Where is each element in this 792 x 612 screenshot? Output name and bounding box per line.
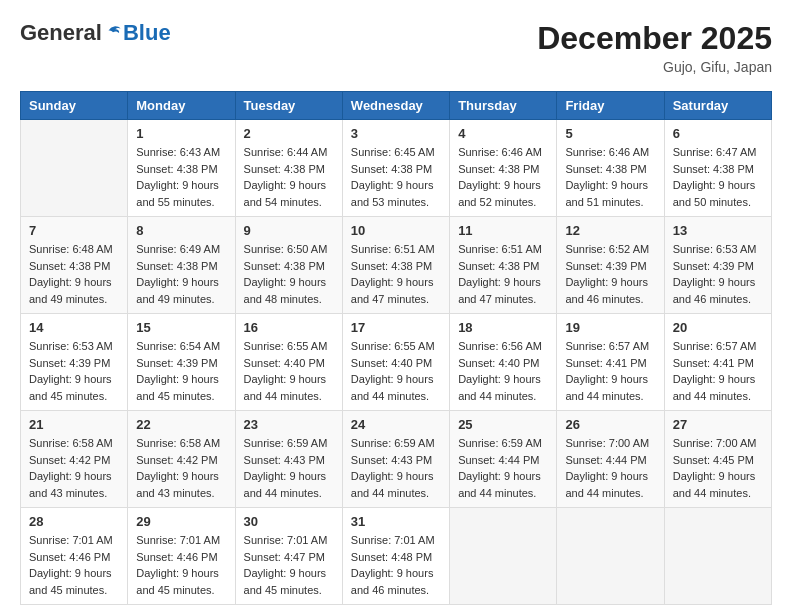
- calendar-cell: 29Sunrise: 7:01 AM Sunset: 4:46 PM Dayli…: [128, 508, 235, 605]
- calendar-cell: 21Sunrise: 6:58 AM Sunset: 4:42 PM Dayli…: [21, 411, 128, 508]
- calendar-cell: 5Sunrise: 6:46 AM Sunset: 4:38 PM Daylig…: [557, 120, 664, 217]
- day-info: Sunrise: 6:59 AM Sunset: 4:44 PM Dayligh…: [458, 435, 548, 501]
- day-number: 26: [565, 417, 655, 432]
- weekday-header-monday: Monday: [128, 92, 235, 120]
- calendar-cell: 23Sunrise: 6:59 AM Sunset: 4:43 PM Dayli…: [235, 411, 342, 508]
- weekday-header-thursday: Thursday: [450, 92, 557, 120]
- day-number: 29: [136, 514, 226, 529]
- day-info: Sunrise: 6:51 AM Sunset: 4:38 PM Dayligh…: [351, 241, 441, 307]
- calendar-cell: 26Sunrise: 7:00 AM Sunset: 4:44 PM Dayli…: [557, 411, 664, 508]
- day-info: Sunrise: 6:43 AM Sunset: 4:38 PM Dayligh…: [136, 144, 226, 210]
- day-info: Sunrise: 6:55 AM Sunset: 4:40 PM Dayligh…: [351, 338, 441, 404]
- weekday-header-tuesday: Tuesday: [235, 92, 342, 120]
- day-info: Sunrise: 6:57 AM Sunset: 4:41 PM Dayligh…: [565, 338, 655, 404]
- day-number: 6: [673, 126, 763, 141]
- calendar-cell: 22Sunrise: 6:58 AM Sunset: 4:42 PM Dayli…: [128, 411, 235, 508]
- calendar-cell: 9Sunrise: 6:50 AM Sunset: 4:38 PM Daylig…: [235, 217, 342, 314]
- day-info: Sunrise: 6:54 AM Sunset: 4:39 PM Dayligh…: [136, 338, 226, 404]
- calendar-week-2: 7Sunrise: 6:48 AM Sunset: 4:38 PM Daylig…: [21, 217, 772, 314]
- calendar-cell: 19Sunrise: 6:57 AM Sunset: 4:41 PM Dayli…: [557, 314, 664, 411]
- calendar-cell: 6Sunrise: 6:47 AM Sunset: 4:38 PM Daylig…: [664, 120, 771, 217]
- calendar-table: SundayMondayTuesdayWednesdayThursdayFrid…: [20, 91, 772, 605]
- month-title: December 2025: [537, 20, 772, 57]
- day-info: Sunrise: 6:50 AM Sunset: 4:38 PM Dayligh…: [244, 241, 334, 307]
- day-number: 1: [136, 126, 226, 141]
- calendar-cell: 2Sunrise: 6:44 AM Sunset: 4:38 PM Daylig…: [235, 120, 342, 217]
- day-info: Sunrise: 7:00 AM Sunset: 4:44 PM Dayligh…: [565, 435, 655, 501]
- calendar-cell: [450, 508, 557, 605]
- day-number: 30: [244, 514, 334, 529]
- calendar-cell: 3Sunrise: 6:45 AM Sunset: 4:38 PM Daylig…: [342, 120, 449, 217]
- day-number: 25: [458, 417, 548, 432]
- calendar-cell: 31Sunrise: 7:01 AM Sunset: 4:48 PM Dayli…: [342, 508, 449, 605]
- weekday-header-wednesday: Wednesday: [342, 92, 449, 120]
- calendar-cell: [557, 508, 664, 605]
- weekday-header-row: SundayMondayTuesdayWednesdayThursdayFrid…: [21, 92, 772, 120]
- day-number: 4: [458, 126, 548, 141]
- title-section: December 2025 Gujo, Gifu, Japan: [537, 20, 772, 75]
- day-number: 12: [565, 223, 655, 238]
- day-info: Sunrise: 6:59 AM Sunset: 4:43 PM Dayligh…: [244, 435, 334, 501]
- calendar-cell: 14Sunrise: 6:53 AM Sunset: 4:39 PM Dayli…: [21, 314, 128, 411]
- day-number: 7: [29, 223, 119, 238]
- day-info: Sunrise: 7:00 AM Sunset: 4:45 PM Dayligh…: [673, 435, 763, 501]
- calendar-cell: 10Sunrise: 6:51 AM Sunset: 4:38 PM Dayli…: [342, 217, 449, 314]
- day-number: 13: [673, 223, 763, 238]
- calendar-cell: 24Sunrise: 6:59 AM Sunset: 4:43 PM Dayli…: [342, 411, 449, 508]
- day-number: 15: [136, 320, 226, 335]
- day-number: 3: [351, 126, 441, 141]
- day-info: Sunrise: 7:01 AM Sunset: 4:46 PM Dayligh…: [136, 532, 226, 598]
- day-info: Sunrise: 7:01 AM Sunset: 4:46 PM Dayligh…: [29, 532, 119, 598]
- day-number: 2: [244, 126, 334, 141]
- day-number: 31: [351, 514, 441, 529]
- calendar-cell: 30Sunrise: 7:01 AM Sunset: 4:47 PM Dayli…: [235, 508, 342, 605]
- calendar-cell: 16Sunrise: 6:55 AM Sunset: 4:40 PM Dayli…: [235, 314, 342, 411]
- day-info: Sunrise: 6:47 AM Sunset: 4:38 PM Dayligh…: [673, 144, 763, 210]
- day-number: 11: [458, 223, 548, 238]
- logo-general-text: General: [20, 20, 102, 46]
- logo-bird-icon: [104, 24, 122, 42]
- logo-blue-text: Blue: [123, 20, 171, 46]
- calendar-cell: 4Sunrise: 6:46 AM Sunset: 4:38 PM Daylig…: [450, 120, 557, 217]
- day-number: 22: [136, 417, 226, 432]
- day-number: 27: [673, 417, 763, 432]
- calendar-cell: 20Sunrise: 6:57 AM Sunset: 4:41 PM Dayli…: [664, 314, 771, 411]
- day-info: Sunrise: 6:52 AM Sunset: 4:39 PM Dayligh…: [565, 241, 655, 307]
- day-info: Sunrise: 6:46 AM Sunset: 4:38 PM Dayligh…: [458, 144, 548, 210]
- calendar-cell: 1Sunrise: 6:43 AM Sunset: 4:38 PM Daylig…: [128, 120, 235, 217]
- calendar-cell: 15Sunrise: 6:54 AM Sunset: 4:39 PM Dayli…: [128, 314, 235, 411]
- calendar-cell: 18Sunrise: 6:56 AM Sunset: 4:40 PM Dayli…: [450, 314, 557, 411]
- day-info: Sunrise: 6:48 AM Sunset: 4:38 PM Dayligh…: [29, 241, 119, 307]
- calendar-cell: [664, 508, 771, 605]
- day-number: 8: [136, 223, 226, 238]
- calendar-week-3: 14Sunrise: 6:53 AM Sunset: 4:39 PM Dayli…: [21, 314, 772, 411]
- calendar-week-5: 28Sunrise: 7:01 AM Sunset: 4:46 PM Dayli…: [21, 508, 772, 605]
- day-number: 9: [244, 223, 334, 238]
- calendar-cell: 28Sunrise: 7:01 AM Sunset: 4:46 PM Dayli…: [21, 508, 128, 605]
- calendar-cell: 12Sunrise: 6:52 AM Sunset: 4:39 PM Dayli…: [557, 217, 664, 314]
- logo: General Blue: [20, 20, 171, 46]
- day-number: 20: [673, 320, 763, 335]
- calendar-week-1: 1Sunrise: 6:43 AM Sunset: 4:38 PM Daylig…: [21, 120, 772, 217]
- day-number: 10: [351, 223, 441, 238]
- calendar-cell: 25Sunrise: 6:59 AM Sunset: 4:44 PM Dayli…: [450, 411, 557, 508]
- day-info: Sunrise: 6:58 AM Sunset: 4:42 PM Dayligh…: [29, 435, 119, 501]
- day-number: 28: [29, 514, 119, 529]
- calendar-cell: [21, 120, 128, 217]
- day-number: 16: [244, 320, 334, 335]
- calendar-cell: 11Sunrise: 6:51 AM Sunset: 4:38 PM Dayli…: [450, 217, 557, 314]
- day-number: 17: [351, 320, 441, 335]
- calendar-cell: 17Sunrise: 6:55 AM Sunset: 4:40 PM Dayli…: [342, 314, 449, 411]
- calendar-cell: 7Sunrise: 6:48 AM Sunset: 4:38 PM Daylig…: [21, 217, 128, 314]
- day-info: Sunrise: 6:51 AM Sunset: 4:38 PM Dayligh…: [458, 241, 548, 307]
- day-info: Sunrise: 6:49 AM Sunset: 4:38 PM Dayligh…: [136, 241, 226, 307]
- day-info: Sunrise: 6:46 AM Sunset: 4:38 PM Dayligh…: [565, 144, 655, 210]
- day-info: Sunrise: 6:59 AM Sunset: 4:43 PM Dayligh…: [351, 435, 441, 501]
- day-info: Sunrise: 6:57 AM Sunset: 4:41 PM Dayligh…: [673, 338, 763, 404]
- day-number: 24: [351, 417, 441, 432]
- weekday-header-sunday: Sunday: [21, 92, 128, 120]
- day-info: Sunrise: 7:01 AM Sunset: 4:47 PM Dayligh…: [244, 532, 334, 598]
- day-info: Sunrise: 6:55 AM Sunset: 4:40 PM Dayligh…: [244, 338, 334, 404]
- day-number: 5: [565, 126, 655, 141]
- day-info: Sunrise: 6:45 AM Sunset: 4:38 PM Dayligh…: [351, 144, 441, 210]
